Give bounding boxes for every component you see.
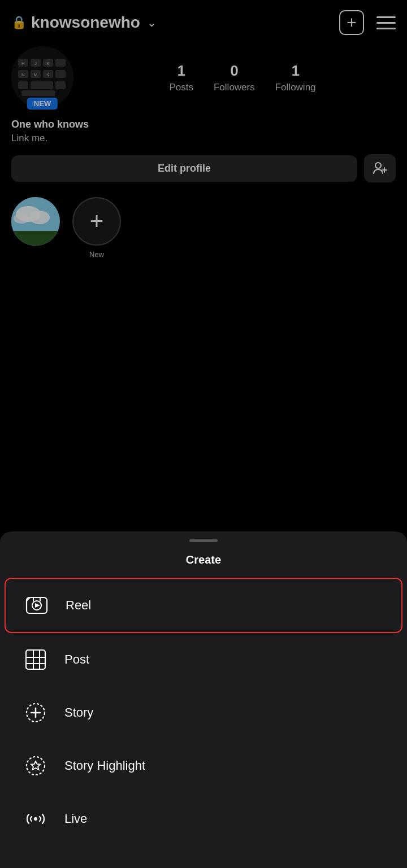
posts-count: 1 — [177, 62, 185, 80]
lock-icon: 🔒 — [11, 15, 27, 30]
create-post-item[interactable]: Post — [5, 633, 402, 686]
svg-text:N: N — [21, 72, 25, 77]
svg-rect-15 — [18, 81, 28, 89]
chevron-down-icon[interactable]: ⌄ — [147, 16, 157, 29]
add-post-button[interactable]: + — [339, 10, 364, 35]
reel-icon — [24, 592, 50, 618]
username[interactable]: knowsonewho — [31, 14, 140, 32]
svg-marker-29 — [35, 603, 40, 608]
live-icon — [23, 806, 49, 832]
highlight-item-sky[interactable] — [11, 197, 60, 259]
reel-label: Reel — [66, 598, 91, 613]
create-bottom-sheet: Create Reel Post — [0, 531, 407, 868]
highlight-circle-new: + — [72, 197, 121, 246]
following-label: Following — [275, 82, 316, 93]
top-bar-left: 🔒 knowsonewho ⌄ — [11, 14, 157, 32]
highlight-sky-image — [11, 197, 60, 246]
stat-posts[interactable]: 1 Posts — [169, 62, 193, 93]
menu-button[interactable] — [376, 16, 396, 29]
svg-text:<: < — [46, 72, 49, 77]
svg-rect-14 — [55, 70, 66, 78]
svg-point-42 — [34, 817, 37, 821]
add-person-button[interactable] — [364, 154, 396, 182]
sheet-handle[interactable] — [189, 539, 218, 542]
top-bar: 🔒 knowsonewho ⌄ + — [0, 0, 407, 41]
create-story-highlight-item[interactable]: Story Highlight — [5, 739, 402, 792]
live-label: Live — [64, 812, 87, 826]
create-story-item[interactable]: Story — [5, 686, 402, 739]
create-reel-item[interactable]: Reel — [5, 578, 402, 633]
highlight-circle-sky — [11, 197, 60, 246]
new-badge: NEW — [27, 98, 58, 110]
following-count: 1 — [291, 62, 299, 80]
highlights-row: + New — [0, 191, 407, 268]
post-label: Post — [64, 652, 89, 667]
profile-name: One who knows — [11, 119, 396, 130]
stat-followers[interactable]: 0 Followers — [214, 62, 255, 93]
story-icon — [23, 700, 49, 726]
highlight-item-new[interactable]: + New — [72, 197, 121, 259]
svg-text:J: J — [34, 61, 37, 66]
story-label: Story — [64, 705, 93, 720]
svg-point-26 — [14, 213, 29, 224]
svg-text:H: H — [21, 61, 25, 66]
post-icon — [23, 647, 49, 673]
svg-rect-7 — [55, 59, 66, 67]
profile-section: H J K N M < — [0, 41, 407, 191]
edit-profile-button[interactable]: Edit profile — [11, 155, 357, 182]
highlight-label-new: New — [89, 250, 104, 259]
story-highlight-label: Story Highlight — [64, 758, 145, 773]
avatar-wrapper[interactable]: H J K N M < — [11, 46, 73, 108]
posts-label: Posts — [169, 82, 193, 93]
svg-text:M: M — [34, 72, 38, 77]
stats-row: 1 Posts 0 Followers 1 Following — [89, 62, 396, 93]
svg-point-41 — [27, 757, 45, 775]
svg-point-25 — [29, 211, 50, 224]
profile-bio: Link me. — [11, 133, 396, 144]
svg-text:K: K — [46, 61, 50, 66]
followers-count: 0 — [230, 62, 238, 80]
top-bar-right: + — [339, 10, 396, 35]
stat-following[interactable]: 1 Following — [275, 62, 316, 93]
followers-label: Followers — [214, 82, 255, 93]
story-highlight-icon — [23, 753, 49, 779]
svg-point-19 — [375, 163, 381, 168]
highlight-plus-icon: + — [90, 210, 104, 233]
svg-rect-33 — [26, 650, 45, 669]
svg-rect-17 — [55, 81, 66, 89]
profile-info-row: H J K N M < — [11, 46, 396, 108]
svg-rect-16 — [31, 81, 53, 89]
add-person-icon — [373, 161, 387, 176]
action-buttons: Edit profile — [11, 154, 396, 182]
svg-rect-18 — [21, 90, 55, 96]
create-live-item[interactable]: Live — [5, 792, 402, 845]
svg-rect-23 — [11, 231, 60, 246]
sheet-title: Create — [0, 548, 407, 578]
